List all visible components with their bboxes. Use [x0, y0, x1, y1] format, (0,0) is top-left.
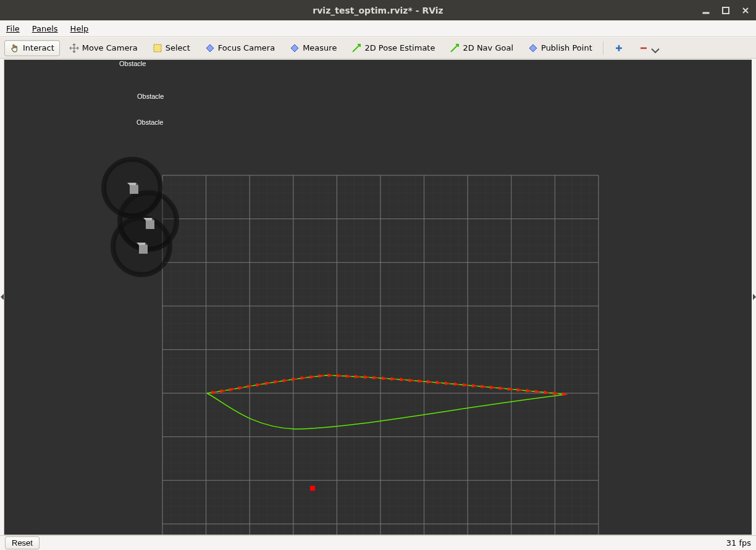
measure-icon [290, 43, 300, 53]
toolbar: Interact Move Camera Select Focus Camera… [0, 37, 756, 59]
close-button[interactable] [740, 5, 751, 16]
svg-rect-7 [4, 60, 752, 535]
svg-marker-4 [291, 44, 298, 52]
minimize-button[interactable] [700, 5, 712, 16]
interact-button[interactable]: Interact [4, 40, 60, 56]
window-controls [700, 0, 751, 20]
focus-camera-button[interactable]: Focus Camera [200, 40, 280, 56]
svg-rect-1 [723, 7, 729, 14]
pose-estimate-icon [351, 43, 361, 53]
chevron-down-icon [650, 46, 660, 56]
menu-panels[interactable]: Panels [30, 23, 61, 35]
svg-rect-140 [139, 245, 148, 254]
svg-rect-0 [703, 12, 709, 14]
fps-label: 31 fps [726, 538, 751, 548]
add-tool-button[interactable] [608, 40, 629, 56]
select-button[interactable]: Select [147, 40, 196, 56]
move-camera-button[interactable]: Move Camera [64, 40, 143, 56]
nav-goal-button[interactable]: 2D Nav Goal [444, 40, 519, 56]
statusbar: Reset 31 fps [0, 535, 756, 550]
nav-goal-icon [450, 43, 460, 53]
nav-goal-label: 2D Nav Goal [463, 43, 513, 52]
content-area: ObstacleObstacleObstacle [0, 59, 756, 535]
svg-rect-134 [130, 185, 138, 194]
obstacle-label: Obstacle [137, 93, 164, 100]
maximize-button[interactable] [720, 5, 731, 16]
move-camera-icon [69, 43, 79, 53]
toolbar-separator [603, 41, 603, 55]
viewport-3d[interactable]: ObstacleObstacleObstacle [4, 59, 752, 535]
publish-point-label: Publish Point [541, 43, 592, 52]
minus-icon [639, 43, 649, 53]
svg-marker-141 [753, 294, 756, 300]
window-title: rviz_test_optim.rviz* - RViz [313, 6, 443, 15]
menu-file[interactable]: File [4, 23, 22, 35]
svg-marker-3 [206, 44, 214, 52]
obstacle-label: Obstacle [136, 119, 163, 126]
publish-point-button[interactable]: Publish Point [523, 40, 598, 56]
svg-marker-6 [1, 294, 4, 300]
pose-estimate-button[interactable]: 2D Pose Estimate [346, 40, 440, 56]
svg-marker-5 [529, 44, 537, 52]
marker-point [310, 486, 315, 491]
scene-svg: ObstacleObstacleObstacle [4, 60, 752, 535]
select-label: Select [166, 43, 190, 52]
interact-label: Interact [23, 43, 54, 52]
focus-camera-label: Focus Camera [218, 43, 275, 52]
focus-camera-icon [205, 43, 215, 53]
interact-icon [10, 43, 20, 53]
move-camera-label: Move Camera [82, 43, 138, 52]
remove-tool-button[interactable] [633, 37, 666, 59]
window-titlebar: rviz_test_optim.rviz* - RViz [0, 0, 756, 20]
measure-button[interactable]: Measure [284, 40, 342, 56]
svg-rect-137 [146, 220, 154, 229]
svg-rect-2 [154, 44, 161, 52]
publish-point-icon [528, 43, 538, 53]
select-icon [153, 43, 162, 53]
obstacle-label: Obstacle [119, 60, 146, 67]
measure-label: Measure [303, 43, 337, 52]
menu-help[interactable]: Help [68, 23, 91, 35]
menubar: File Panels Help [0, 20, 756, 37]
plus-icon [614, 43, 624, 53]
reset-button[interactable]: Reset [5, 536, 40, 549]
pose-estimate-label: 2D Pose Estimate [364, 43, 435, 52]
right-panel-handle[interactable] [752, 59, 756, 535]
